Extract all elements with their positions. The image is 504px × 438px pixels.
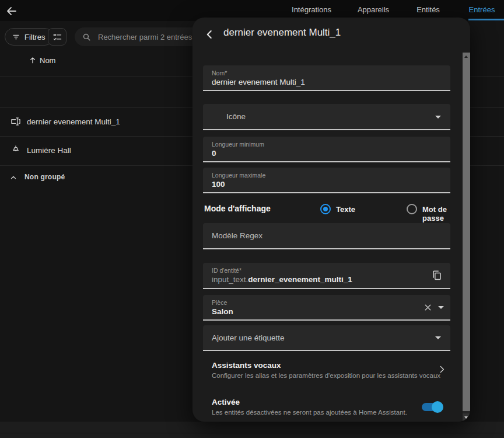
toggle-knob (432, 401, 443, 413)
voice-assistants-subtitle: Configurer les alias et les paramètres d… (212, 372, 440, 379)
min-length-label: Longueur minimum (212, 141, 264, 148)
divider (0, 433, 504, 433)
active-tab-indicator (468, 19, 504, 20)
tab-entrees[interactable]: Entrées (469, 5, 495, 14)
entity-id-label: ID d'entité* (212, 267, 242, 274)
scrollbar-thumb[interactable] (463, 61, 470, 411)
name-field-label: Nom* (212, 69, 227, 77)
form-textbox-icon (10, 116, 22, 127)
regex-field-label: Modèle Regex (203, 223, 450, 248)
scrollbar-down-arrow[interactable] (463, 413, 470, 422)
area-select-field[interactable]: Pièce Salon (203, 295, 450, 321)
filters-button[interactable]: Filtres (5, 28, 54, 46)
max-length-value: 100 (212, 180, 225, 189)
icon-select-field[interactable]: Icône (203, 104, 450, 130)
back-arrow-icon[interactable] (5, 4, 19, 18)
label-select-field[interactable]: Ajouter une étiquette (203, 325, 450, 351)
enabled-toggle[interactable] (422, 403, 442, 411)
sort-header-nom[interactable]: Nom (28, 55, 55, 65)
list-checks-icon (52, 32, 62, 42)
filters-button-label: Filtres (24, 33, 45, 41)
column-header-label: Nom (40, 56, 55, 65)
tab-appareils[interactable]: Appareils (358, 5, 389, 14)
scrollbar-up-arrow[interactable] (463, 53, 470, 61)
enabled-title: Activée (212, 398, 240, 406)
area-field-value: Salon (212, 307, 233, 316)
group-label: Non groupé (24, 173, 65, 181)
max-length-label: Longueur maximale (212, 172, 265, 179)
entity-name: Lumière Hall (27, 146, 71, 155)
name-field-value: dernier evenement Multi_1 (212, 78, 305, 86)
tab-integrations[interactable]: Intégrations (292, 5, 331, 14)
enabled-subtitle: Les entités désactivées ne seront pas aj… (212, 409, 407, 416)
voice-assistants-title: Assistants vocaux (212, 361, 281, 370)
icon-field-label: Icône (203, 104, 450, 129)
page-footer-area (0, 422, 504, 438)
radio-mot-de-passe-label[interactable]: Mot de passe (422, 205, 450, 223)
enabled-row: Activée Les entités désactivées ne seron… (203, 396, 450, 422)
display-mode-label: Mode d'affichage (204, 204, 271, 213)
entity-settings-dialog: dernier evenement Multi_1 Nom* dernier e… (192, 18, 470, 422)
radio-texte-label[interactable]: Texte (336, 205, 355, 214)
label-field-label: Ajouter une étiquette (203, 325, 450, 350)
min-length-value: 0 (212, 149, 216, 158)
app-screen: Intégrations Appareils Entités Entrées F… (0, 0, 504, 438)
chevron-down-icon (435, 336, 441, 339)
search-icon (82, 32, 92, 42)
name-field[interactable]: Nom* dernier evenement Multi_1 (203, 65, 450, 91)
radio-texte[interactable] (320, 204, 331, 214)
entity-id-prefix: input_text. (212, 275, 248, 284)
entity-id-main: dernier_evenement_multi_1 (248, 275, 352, 284)
filter-variant-icon (12, 33, 20, 41)
dialog-scrollbar[interactable] (463, 53, 470, 422)
chevron-up-icon (9, 173, 18, 182)
entity-id-value: input_text.dernier_evenement_multi_1 (212, 275, 352, 284)
entity-name: dernier evenement Multi_1 (27, 117, 120, 126)
dialog-title: dernier evenement Multi_1 (223, 27, 341, 39)
radio-mot-de-passe[interactable] (407, 204, 417, 214)
clear-x-icon[interactable] (423, 303, 433, 312)
voice-assistants-row[interactable]: Assistants vocaux Configurer les alias e… (203, 359, 450, 385)
min-length-field[interactable]: Longueur minimum 0 (203, 137, 450, 162)
tab-entites[interactable]: Entités (416, 5, 440, 14)
regex-field[interactable]: Modèle Regex (203, 223, 450, 249)
chevron-down-icon (435, 116, 441, 119)
entity-id-field[interactable]: ID d'entité* input_text.dernier_evenemen… (203, 263, 450, 289)
column-settings-button[interactable] (48, 28, 66, 46)
sort-arrow-up-icon (28, 55, 37, 65)
area-field-label: Pièce (212, 299, 227, 306)
chevron-right-icon (437, 364, 447, 374)
max-length-field[interactable]: Longueur maximale 100 (203, 168, 450, 193)
dialog-back-chevron-icon[interactable] (202, 27, 217, 42)
chevron-down-icon (438, 306, 444, 309)
display-mode-row: Mode d'affichage Texte Mot de passe (203, 201, 450, 217)
ceiling-light-icon (10, 144, 22, 156)
copy-icon[interactable] (430, 269, 443, 282)
